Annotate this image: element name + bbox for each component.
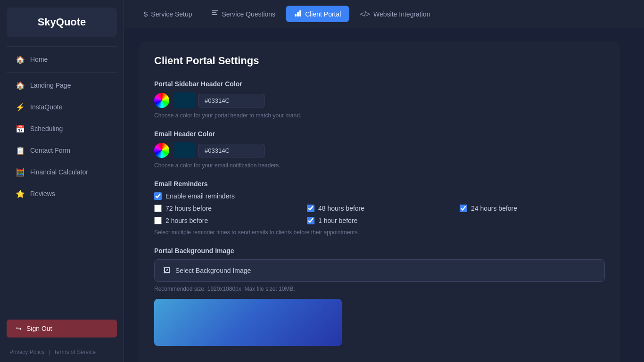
contact-form-icon: 📋 — [16, 146, 25, 155]
enable-reminders-checkbox[interactable] — [154, 192, 162, 200]
sidebar-item-label: InstaQuote — [30, 103, 63, 111]
topnav-label: Service Setup — [151, 10, 192, 18]
sidebar-item-label: Scheduling — [30, 125, 63, 132]
reminder-72h-checkbox[interactable] — [154, 205, 162, 212]
topnav-service-questions[interactable]: Service Questions — [203, 6, 284, 22]
dollar-icon: $ — [144, 10, 148, 18]
reminder-48h-label[interactable]: 48 hours before — [318, 205, 364, 212]
topnav-website-integration[interactable]: </> Website Integration — [351, 6, 438, 22]
reminder-1h-label[interactable]: 1 hour before — [318, 217, 357, 224]
instaquote-icon: ⚡ — [16, 103, 25, 111]
reminder-48h-checkbox[interactable] — [307, 205, 314, 212]
bg-image-group: Portal Background Image 🖼 Select Backgro… — [154, 247, 605, 346]
email-reminders-group: Email Reminders Enable email reminders 7… — [154, 180, 605, 236]
sidebar-item-contact-form[interactable]: 📋 Contact Form — [5, 140, 119, 160]
reminder-24h-checkbox[interactable] — [460, 205, 467, 212]
landing-page-icon: 🏠 — [16, 81, 25, 90]
sidebar-item-financial-calculator[interactable]: 🧮 Financial Calculator — [5, 162, 119, 182]
svg-rect-4 — [297, 12, 299, 16]
sidebar-item-label: Contact Form — [30, 147, 70, 154]
svg-rect-1 — [212, 12, 216, 13]
sidebar: SkyQuote 🏠 Home 🏠 Landing Page ⚡ InstaQu… — [0, 0, 124, 362]
top-navigation: $ Service Setup Service Questions — [124, 0, 644, 28]
sidebar-item-scheduling[interactable]: 📅 Scheduling — [5, 119, 119, 139]
bg-image-label: Portal Background Image — [154, 247, 605, 255]
sidebar-divider — [7, 46, 117, 47]
reminder-grid: 72 hours before 48 hours before 24 hours… — [154, 205, 605, 224]
financial-calc-icon: 🧮 — [16, 168, 25, 176]
topnav-label: Service Questions — [222, 10, 276, 18]
enable-reminders-label[interactable]: Enable email reminders — [165, 192, 235, 200]
sidebar-item-label: Landing Page — [30, 82, 71, 89]
sidebar-item-label: Reviews — [30, 190, 55, 197]
main-content: $ Service Setup Service Questions — [124, 0, 644, 362]
home-icon: 🏠 — [16, 55, 25, 64]
sidebar-item-reviews[interactable]: ⭐ Reviews — [5, 184, 119, 204]
topnav-label: Client Portal — [305, 10, 341, 18]
reminder-72h-label[interactable]: 72 hours before — [165, 205, 212, 212]
email-color-hint: Choose a color for your email notificati… — [154, 162, 605, 169]
reviews-icon: ⭐ — [16, 189, 25, 198]
email-reminders-label: Email Reminders — [154, 180, 605, 188]
content-area: Client Portal Settings Portal Sidebar He… — [124, 28, 644, 362]
portal-header-color-row — [154, 92, 605, 108]
svg-rect-0 — [212, 10, 218, 11]
sidebar-divider-2 — [7, 72, 117, 73]
settings-card: Client Portal Settings Portal Sidebar He… — [139, 41, 620, 362]
sidebar-item-instaquote[interactable]: ⚡ InstaQuote — [5, 97, 119, 117]
questions-icon — [211, 9, 219, 18]
topnav-service-setup[interactable]: $ Service Setup — [135, 6, 201, 22]
enable-reminders-row: Enable email reminders — [154, 192, 605, 200]
portal-icon — [294, 9, 302, 18]
bg-image-preview — [154, 299, 342, 346]
reminder-2h: 2 hours before — [154, 217, 299, 224]
sidebar-item-landing-page[interactable]: 🏠 Landing Page — [5, 75, 119, 95]
sidebar-item-label: Home — [30, 56, 48, 63]
reminder-2h-label[interactable]: 2 hours before — [165, 217, 208, 224]
portal-header-color-group: Portal Sidebar Header Color Choose a col… — [154, 80, 605, 119]
email-color-input[interactable] — [198, 144, 264, 157]
svg-rect-2 — [212, 14, 217, 15]
reminder-1h-checkbox[interactable] — [307, 217, 314, 224]
bg-image-hint: Recommended size: 1920x1080px. Max file … — [154, 286, 605, 292]
select-background-image-button[interactable]: 🖼 Select Background Image — [154, 259, 605, 282]
sidebar-footer: Privacy Policy | Terms of Service — [0, 342, 124, 362]
portal-color-wheel-button[interactable] — [154, 93, 169, 108]
reminder-24h: 24 hours before — [460, 205, 605, 212]
portal-color-preview — [173, 92, 195, 108]
reminders-hint: Select multiple reminder times to send e… — [154, 229, 605, 236]
email-header-color-row — [154, 142, 605, 158]
reminder-72h: 72 hours before — [154, 205, 299, 212]
email-header-color-label: Email Header Color — [154, 130, 605, 138]
svg-rect-3 — [295, 14, 297, 16]
sidebar-item-label: Financial Calculator — [30, 168, 88, 176]
portal-color-hint: Choose a color for your portal header to… — [154, 112, 605, 119]
sign-out-button[interactable]: ↪ Sign Out — [7, 320, 117, 337]
code-icon: </> — [360, 10, 370, 18]
reminder-2h-checkbox[interactable] — [154, 217, 162, 224]
topnav-label: Website Integration — [373, 10, 430, 18]
terms-of-service-link[interactable]: Terms of Service — [54, 349, 96, 355]
reminder-24h-label[interactable]: 24 hours before — [471, 205, 517, 212]
email-header-color-group: Email Header Color Choose a color for yo… — [154, 130, 605, 169]
signout-icon: ↪ — [16, 325, 22, 332]
reminder-48h: 48 hours before — [307, 205, 452, 212]
reminder-1h: 1 hour before — [307, 217, 452, 224]
signout-label: Sign Out — [26, 325, 52, 332]
app-logo: SkyQuote — [7, 8, 117, 37]
sidebar-item-home[interactable]: 🏠 Home — [5, 49, 119, 69]
topnav-client-portal[interactable]: Client Portal — [286, 6, 349, 22]
portal-color-input[interactable] — [198, 94, 264, 107]
image-icon: 🖼 — [163, 266, 171, 275]
svg-rect-5 — [299, 10, 301, 16]
email-color-preview — [173, 142, 195, 158]
select-bg-label: Select Background Image — [175, 267, 251, 274]
scheduling-icon: 📅 — [16, 124, 25, 133]
portal-header-color-label: Portal Sidebar Header Color — [154, 80, 605, 88]
email-color-wheel-button[interactable] — [154, 143, 169, 158]
page-title: Client Portal Settings — [154, 55, 605, 67]
privacy-policy-link[interactable]: Privacy Policy — [9, 349, 45, 355]
